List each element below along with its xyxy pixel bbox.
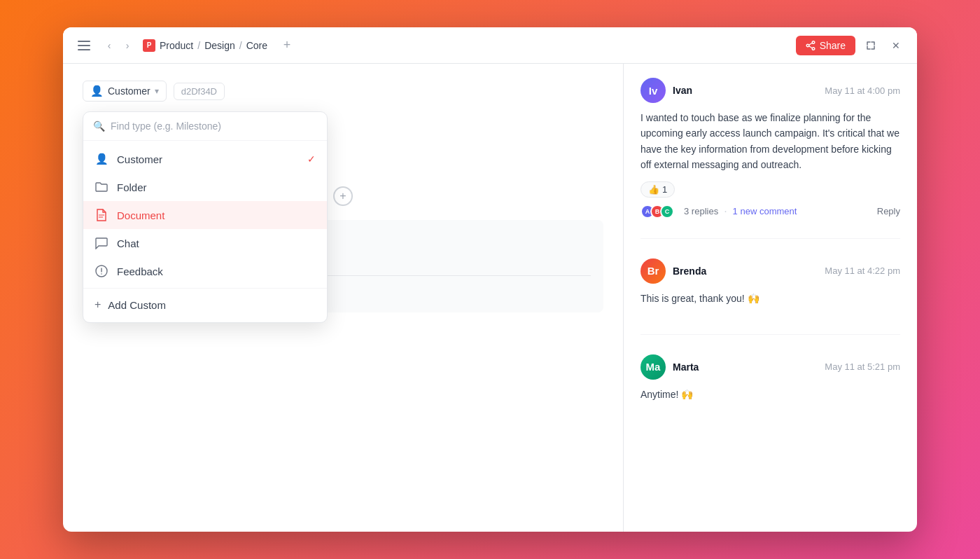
- comment-meta-brenda: Brenda: [673, 265, 818, 277]
- dropdown-item-chat[interactable]: Chat: [83, 229, 327, 257]
- feedback-label: Feedback: [117, 265, 163, 277]
- svg-line-7: [808, 46, 812, 48]
- add-custom-label: Add Custom: [108, 299, 166, 311]
- dropdown-items-list: 👤 Customer ✓ Folder: [83, 141, 327, 322]
- person-icon: 👤: [90, 85, 104, 97]
- plus-icon: +: [94, 298, 101, 311]
- customer-label: Customer: [117, 153, 162, 165]
- titlebar-left: ‹ › P Product / Design / Core +: [74, 36, 297, 55]
- breadcrumb-core[interactable]: Core: [246, 40, 267, 51]
- add-custom-button[interactable]: + Add Custom: [83, 291, 327, 318]
- breadcrumb-sep-1: /: [197, 40, 200, 51]
- replies-count: 3 replies: [684, 206, 718, 216]
- nav-arrows: ‹ ›: [101, 37, 136, 54]
- add-item-button[interactable]: +: [333, 186, 353, 206]
- expand-button[interactable]: [861, 36, 881, 55]
- add-tab-button[interactable]: +: [277, 36, 297, 55]
- reply-avatars: A B C: [640, 205, 670, 219]
- comment-meta-marta: Marta: [673, 361, 818, 373]
- dropdown-item-feedback[interactable]: Feedback: [83, 257, 327, 285]
- share-label: Share: [820, 40, 846, 51]
- share-icon: [806, 41, 816, 50]
- customer-icon: 👤: [94, 152, 108, 166]
- comment-author-ivan: Ivan: [673, 85, 692, 96]
- svg-point-4: [812, 47, 815, 50]
- comment-time-brenda: May 11 at 4:22 pm: [825, 265, 900, 276]
- comment-meta-ivan: Ivan: [673, 84, 818, 97]
- comment-header-marta: Ma Marta May 11 at 5:21 pm: [640, 354, 900, 380]
- comment-author-marta: Marta: [673, 361, 699, 373]
- comment-time-marta: May 11 at 5:21 pm: [825, 361, 900, 372]
- comment-body-brenda: This is great, thank you! 🙌: [640, 291, 900, 306]
- record-id-badge: d2Df34D: [174, 83, 225, 100]
- svg-line-6: [808, 43, 812, 45]
- type-dropdown: 🔍 👤 Customer ✓: [83, 111, 328, 323]
- dot-separator: ·: [724, 205, 727, 218]
- app-icon: P: [143, 39, 155, 52]
- new-comment-badge[interactable]: 1 new comment: [733, 206, 797, 216]
- chat-label: Chat: [117, 237, 139, 249]
- main-window: ‹ › P Product / Design / Core +: [63, 27, 917, 532]
- comment-header-ivan: Iv Ivan May 11 at 4:00 pm: [640, 78, 900, 103]
- left-panel: 👤 Customer ▾ d2Df34D 🔍 👤 Cus: [63, 64, 623, 532]
- search-icon: 🔍: [93, 120, 105, 132]
- back-button[interactable]: ‹: [101, 37, 118, 54]
- close-button[interactable]: ✕: [886, 36, 906, 55]
- reply-avatar-3: C: [660, 205, 674, 219]
- type-search-input[interactable]: [111, 120, 317, 132]
- comments-panel: Iv Ivan May 11 at 4:00 pm I wanted to to…: [623, 64, 917, 532]
- thumbsup-emoji: 👍: [648, 184, 659, 195]
- comment-body-marta: Anytime! 🙌: [640, 387, 900, 402]
- svg-point-5: [806, 44, 809, 47]
- comment-header-brenda: Br Brenda May 11 at 4:22 pm: [640, 258, 900, 284]
- reply-button-ivan[interactable]: Reply: [877, 206, 900, 216]
- main-content: 👤 Customer ▾ d2Df34D 🔍 👤 Cus: [63, 64, 917, 532]
- svg-rect-0: [78, 41, 90, 42]
- titlebar-right: Share ✕: [796, 36, 906, 55]
- feedback-icon: [94, 264, 108, 278]
- svg-point-12: [101, 273, 102, 275]
- breadcrumb-design[interactable]: Design: [204, 40, 235, 51]
- type-label: Customer: [108, 85, 150, 97]
- comment-author-brenda: Brenda: [673, 265, 706, 277]
- thumbsup-reaction-button[interactable]: 👍 1: [640, 181, 675, 198]
- comment-footer-ivan: A B C 3 replies · 1 new comment Reply: [640, 205, 900, 219]
- dropdown-search-area: 🔍: [83, 112, 327, 141]
- comment-time-ivan: May 11 at 4:00 pm: [825, 85, 900, 96]
- comment-ivan: Iv Ivan May 11 at 4:00 pm I wanted to to…: [640, 78, 900, 239]
- breadcrumb-product[interactable]: Product: [160, 40, 193, 51]
- comment-body-ivan: I wanted to touch base as we finalize pl…: [640, 110, 900, 173]
- svg-rect-1: [78, 45, 90, 46]
- check-icon: ✓: [307, 153, 316, 165]
- dropdown-item-document[interactable]: Document: [83, 201, 327, 229]
- chevron-down-icon: ▾: [155, 86, 159, 96]
- breadcrumb-sep-2: /: [239, 40, 242, 51]
- svg-point-3: [812, 41, 815, 43]
- dropdown-divider: [83, 288, 327, 289]
- document-label: Document: [117, 209, 164, 221]
- breadcrumb: P Product / Design / Core: [143, 39, 267, 52]
- comment-reactions-ivan: 👍 1: [640, 181, 900, 198]
- comment-brenda: Br Brenda May 11 at 4:22 pm This is grea…: [640, 258, 900, 335]
- dropdown-item-folder[interactable]: Folder: [83, 173, 327, 201]
- avatar-ivan: Iv: [640, 78, 666, 103]
- avatar-brenda: Br: [640, 258, 666, 284]
- folder-icon: [94, 180, 108, 194]
- type-selector-button[interactable]: 👤 Customer ▾: [83, 81, 167, 102]
- type-selector-row: 👤 Customer ▾ d2Df34D 🔍 👤 Cus: [83, 81, 603, 102]
- share-button[interactable]: Share: [796, 36, 855, 55]
- thumbsup-count: 1: [662, 184, 667, 195]
- svg-rect-2: [78, 49, 90, 50]
- sidebar-toggle-button[interactable]: [74, 36, 94, 55]
- comment-marta: Ma Marta May 11 at 5:21 pm Anytime! 🙌: [640, 354, 900, 430]
- document-icon: [94, 208, 108, 222]
- folder-label: Folder: [117, 181, 147, 193]
- avatar-marta: Ma: [640, 354, 666, 380]
- chat-icon: [94, 236, 108, 250]
- forward-button[interactable]: ›: [119, 37, 136, 54]
- dropdown-item-customer[interactable]: 👤 Customer ✓: [83, 145, 327, 173]
- titlebar: ‹ › P Product / Design / Core +: [63, 27, 917, 64]
